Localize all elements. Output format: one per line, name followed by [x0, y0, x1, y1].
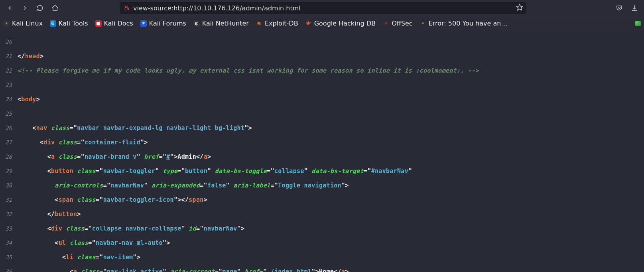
- source-line: 26 <nav class="navbar navbar-expand-lg n…: [0, 124, 644, 132]
- ghdb-icon: 🕷: [305, 20, 312, 27]
- pocket-icon[interactable]: [613, 2, 626, 14]
- dragon-icon: ✦: [3, 20, 10, 27]
- source-line: 29 <button class="navbar-toggler" type="…: [0, 168, 644, 175]
- bookmark-ghdb[interactable]: 🕷Google Hacking DB: [305, 20, 376, 27]
- source-line: 33 <div class="collapse navbar-collapse"…: [0, 225, 644, 232]
- url-bar[interactable]: view-source:http://10.10.176.126/admin/a…: [120, 2, 526, 14]
- forums-icon: ✶: [140, 20, 147, 27]
- exploitdb-icon: 🕷: [256, 20, 262, 27]
- bookmark-star-icon[interactable]: [516, 4, 523, 12]
- source-line: 36 <a class="nav-link active" aria-curre…: [0, 268, 644, 272]
- bookmark-kali-tools[interactable]: ⛨Kali Tools: [50, 20, 88, 27]
- source-line: 22<!-- Please forgive me if my code look…: [0, 67, 644, 74]
- bookmark-error500[interactable]: ✴Error: 500 You have an…: [420, 20, 508, 27]
- reload-button[interactable]: [33, 2, 46, 14]
- joomla-icon: ✴: [420, 20, 426, 27]
- bookmarks-bar: ✦Kali Linux ⛨Kali Tools ■Kali Docs ✶Kali…: [0, 16, 644, 30]
- offsec-icon: ⚰: [383, 20, 389, 27]
- download-icon[interactable]: [628, 2, 641, 14]
- extension-icon[interactable]: [635, 21, 641, 26]
- home-button[interactable]: [49, 2, 61, 14]
- tools-icon: ⛨: [50, 20, 56, 27]
- url-text: view-source:http://10.10.176.126/admin/a…: [133, 4, 301, 12]
- source-line: 34 <ul class="navbar-nav ml-auto">: [0, 239, 644, 246]
- browser-toolbar: view-source:http://10.10.176.126/admin/a…: [0, 0, 644, 16]
- bookmark-kali-nethunter[interactable]: ◐Kali NetHunter: [193, 20, 249, 27]
- source-line: 21</head>: [0, 53, 644, 60]
- bookmark-kali-docs[interactable]: ■Kali Docs: [95, 20, 133, 27]
- source-line: 28 <a class="navbar-brand v" href="#">Ad…: [0, 153, 644, 160]
- source-line: 24<body>: [0, 96, 644, 103]
- source-line: 23: [0, 81, 644, 89]
- nethunter-icon: ◐: [193, 20, 200, 27]
- bookmark-offsec[interactable]: ⚰OffSec: [383, 20, 412, 27]
- source-line: 25: [0, 110, 644, 117]
- bookmark-kali-linux[interactable]: ✦Kali Linux: [3, 20, 43, 27]
- bookmark-exploit-db[interactable]: 🕷Exploit-DB: [256, 20, 298, 27]
- source-line: 32 </button>: [0, 211, 644, 218]
- forward-button[interactable]: [18, 2, 31, 14]
- source-line: 31 <span class="navbar-toggler-icon"></s…: [0, 196, 644, 203]
- source-line: 27 <div class="container-fluid">: [0, 139, 644, 146]
- source-line: 30 aria-controls="navbarNav" aria-expand…: [0, 182, 644, 189]
- bookmark-kali-forums[interactable]: ✶Kali Forums: [140, 20, 186, 27]
- source-view: 20 21</head> 22<!-- Please forgive me if…: [0, 30, 644, 272]
- svg-marker-2: [517, 4, 523, 10]
- source-line: 20: [0, 38, 644, 45]
- insecure-icon: [124, 5, 130, 11]
- back-button[interactable]: [3, 2, 16, 14]
- source-line: 35 <li class="nav-item">: [0, 254, 644, 261]
- docs-icon: ■: [95, 20, 102, 27]
